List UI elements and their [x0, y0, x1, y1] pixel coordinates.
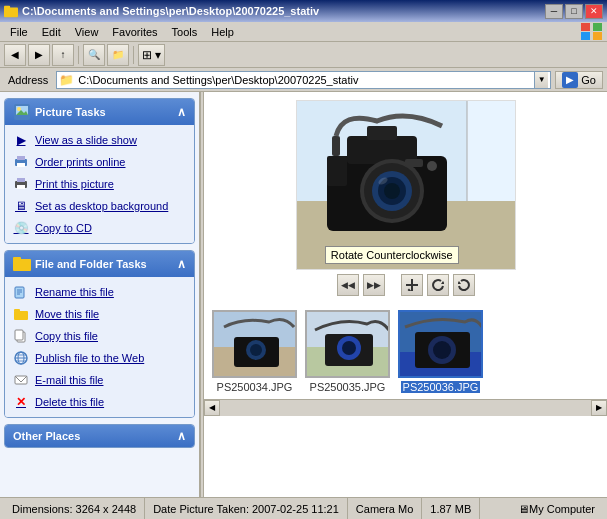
task-delete-label: Delete this file	[35, 396, 104, 408]
views-button[interactable]: ⊞ ▾	[138, 44, 165, 66]
task-copy-label: Copy this file	[35, 330, 98, 342]
task-copy-file[interactable]: Copy this file	[9, 325, 190, 347]
task-cd-label: Copy to CD	[35, 222, 92, 234]
address-field[interactable]: 📁 C:\Documents and Settings\per\Desktop\…	[56, 71, 551, 89]
task-publish-web[interactable]: Publish file to the Web	[9, 347, 190, 369]
status-date: Date Picture Taken: 2007-02-25 11:21	[145, 498, 348, 519]
up-button[interactable]: ↑	[52, 44, 74, 66]
thumbnail-item-0[interactable]: PS250034.JPG	[212, 310, 297, 393]
thumbnail-item-1[interactable]: PS250035.JPG	[305, 310, 390, 393]
thumbnail-image-2	[398, 310, 483, 378]
menu-bar: File Edit View Favorites Tools Help	[0, 22, 607, 42]
thumbnails-area: PS250034.JPG PS250035.JPG	[204, 304, 607, 399]
picture-tasks-header[interactable]: Picture Tasks ∧	[5, 99, 194, 125]
minimize-button[interactable]: ─	[545, 4, 563, 19]
thumbnail-label-2: PS250036.JPG	[401, 381, 481, 393]
task-email-file[interactable]: E-mail this file	[9, 369, 190, 391]
task-order-prints-label: Order prints online	[35, 156, 126, 168]
move-svg	[14, 307, 28, 321]
menu-favorites[interactable]: Favorites	[106, 24, 163, 40]
svg-rect-36	[332, 136, 340, 156]
menu-view[interactable]: View	[69, 24, 105, 40]
picture-tasks-section: Picture Tasks ∧ ▶ View as a slide show	[4, 98, 195, 244]
thumb-1-svg	[307, 312, 390, 378]
move-icon	[13, 306, 29, 322]
email-svg	[14, 373, 28, 387]
search-button[interactable]: 🔍	[83, 44, 105, 66]
rotate-cc-button[interactable]	[427, 274, 449, 296]
status-dimensions-text: Dimensions: 3264 x 2448	[12, 503, 136, 515]
title-bar: C:\Documents and Settings\per\Desktop\20…	[0, 0, 607, 22]
task-order-prints[interactable]: Order prints online	[9, 151, 190, 173]
menu-file[interactable]: File	[4, 24, 34, 40]
svg-rect-1	[4, 6, 10, 10]
windows-logo	[581, 23, 603, 41]
email-icon	[13, 372, 29, 388]
file-folder-icon	[13, 255, 31, 273]
file-folder-collapse-icon[interactable]: ∧	[177, 257, 186, 271]
svg-point-60	[342, 341, 356, 355]
svg-rect-21	[15, 330, 23, 340]
folders-button[interactable]: 📁	[107, 44, 129, 66]
address-text: C:\Documents and Settings\per\Desktop\20…	[78, 74, 530, 86]
prev-image-button[interactable]: ◀◀	[337, 274, 359, 296]
maximize-button[interactable]: □	[565, 4, 583, 19]
address-bar: Address 📁 C:\Documents and Settings\per\…	[0, 68, 607, 92]
task-rename-file[interactable]: Rename this file	[9, 281, 190, 303]
task-move-file[interactable]: Move this file	[9, 303, 190, 325]
right-panel: ◀◀ ▶▶	[204, 92, 607, 497]
slideshow-icon: ▶	[13, 132, 29, 148]
delete-icon: ✕	[13, 394, 29, 410]
cd-icon: 💿	[13, 220, 29, 236]
scroll-left-button[interactable]: ◀	[204, 400, 220, 416]
rotate-cw-button[interactable]	[453, 274, 475, 296]
go-label: Go	[581, 74, 596, 86]
desktop-icon: 🖥	[13, 198, 29, 214]
picture-tasks-collapse-icon[interactable]: ∧	[177, 105, 186, 119]
rename-icon	[13, 284, 29, 300]
go-button[interactable]: ▶ Go	[555, 71, 603, 89]
task-view-slideshow[interactable]: ▶ View as a slide show	[9, 129, 190, 151]
svg-rect-13	[13, 257, 21, 261]
other-places-header[interactable]: Other Places ∧	[5, 425, 194, 447]
task-delete-file[interactable]: ✕ Delete this file	[9, 391, 190, 413]
task-print-label: Print this picture	[35, 178, 114, 190]
menu-tools[interactable]: Tools	[166, 24, 204, 40]
close-button[interactable]: ✕	[585, 4, 603, 19]
order-prints-svg	[14, 155, 28, 169]
rotate-cc-tooltip-text: Rotate Counterclockwise	[325, 246, 459, 264]
rename-svg	[14, 285, 28, 299]
zoom-out-svg	[406, 279, 418, 291]
thumb-2-svg	[400, 312, 483, 378]
svg-rect-11	[17, 185, 25, 189]
svg-rect-10	[17, 178, 25, 182]
scroll-right-button[interactable]: ▶	[591, 400, 607, 416]
menu-edit[interactable]: Edit	[36, 24, 67, 40]
file-folder-tasks-header[interactable]: File and Folder Tasks ∧	[5, 251, 194, 277]
thumbnail-item-2[interactable]: PS250036.JPG	[398, 310, 483, 393]
task-set-desktop[interactable]: 🖥 Set as desktop background	[9, 195, 190, 217]
window-controls[interactable]: ─ □ ✕	[545, 4, 603, 19]
svg-rect-47	[411, 279, 413, 291]
address-label: Address	[4, 74, 52, 86]
main-image-container: ◀◀ ▶▶	[204, 92, 607, 304]
zoom-out-button[interactable]	[401, 274, 423, 296]
back-button[interactable]: ◀	[4, 44, 26, 66]
window-title: C:\Documents and Settings\per\Desktop\20…	[22, 5, 319, 17]
forward-button[interactable]: ▶	[28, 44, 50, 66]
svg-marker-50	[458, 281, 461, 284]
task-print-picture[interactable]: Print this picture	[9, 173, 190, 195]
task-publish-label: Publish file to the Web	[35, 352, 144, 364]
order-prints-icon	[13, 154, 29, 170]
svg-rect-19	[14, 309, 20, 312]
scroll-track[interactable]	[220, 400, 591, 416]
task-copy-cd[interactable]: 💿 Copy to CD	[9, 217, 190, 239]
svg-rect-44	[405, 159, 423, 167]
address-dropdown[interactable]: ▼	[534, 72, 548, 88]
other-places-collapse-icon[interactable]: ∧	[177, 429, 186, 443]
thumb-0-svg	[214, 312, 297, 378]
task-rename-label: Rename this file	[35, 286, 114, 298]
menu-help[interactable]: Help	[205, 24, 240, 40]
svg-marker-49	[441, 281, 444, 284]
next-image-button[interactable]: ▶▶	[363, 274, 385, 296]
